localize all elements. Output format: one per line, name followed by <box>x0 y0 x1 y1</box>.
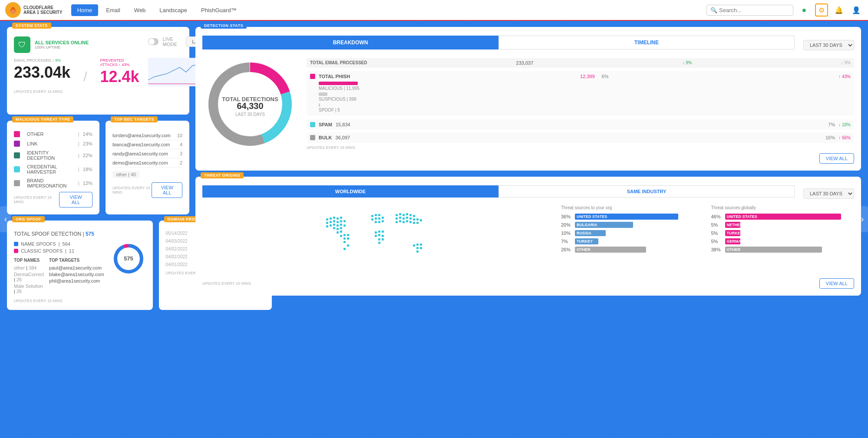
total-email-row: TOTAL EMAIL PROCESSED 233,037 ↓ 9% ↓ 9% <box>307 58 854 68</box>
svg-rect-80 <box>413 222 415 224</box>
service-uptime: 100% UPTIME <box>35 45 89 49</box>
bec-row-3: demo@area1security.com 2 <box>112 158 182 168</box>
origins-local-1: 20% BULGARIA <box>561 222 704 228</box>
origins-global-2: 5% TURKEY <box>711 230 855 236</box>
bec-updates-text: UPDATES EVERY 15 MINS <box>112 186 152 194</box>
svg-rect-24 <box>343 220 346 222</box>
svg-rect-54 <box>375 231 377 234</box>
email-processed-label: EMAIL PROCESSED <box>14 58 51 63</box>
notifications-button[interactable]: 🔔 <box>832 3 845 16</box>
nav-web[interactable]: Web <box>128 4 152 16</box>
nav-phishguard[interactable]: PhishGuard™ <box>195 4 243 16</box>
email-value: 233.04k <box>14 63 70 82</box>
svg-rect-17 <box>337 217 339 220</box>
logo: CLOUDFLARE AREA 1 SECURITY <box>5 2 63 18</box>
svg-rect-58 <box>378 234 380 236</box>
svg-rect-77 <box>403 221 405 223</box>
system-stats-badge: SYSTEM STATS <box>12 23 51 29</box>
svg-rect-29 <box>340 224 342 226</box>
detection-period-selector[interactable]: LAST 30 DAYS <box>803 40 854 50</box>
total-phish-section: TOTAL PHISH 12,399 6% ↑ 43% MALICIOUS | … <box>307 71 854 116</box>
tab-breakdown[interactable]: BREAKDOWN <box>202 36 498 49</box>
origins-local-4: 26% OTHER <box>561 247 704 253</box>
svg-rect-74 <box>413 218 415 221</box>
svg-rect-46 <box>378 214 380 216</box>
svg-rect-65 <box>403 214 405 216</box>
origins-stats: Threat sources to your org 36% UNITED ST… <box>561 205 854 275</box>
svg-rect-23 <box>340 220 342 222</box>
tab-same-industry[interactable]: SAME INDUSTRY <box>498 185 795 198</box>
svg-rect-40 <box>347 237 349 240</box>
origins-global-4: 38% OTHER <box>711 247 855 253</box>
nav-home[interactable]: Home <box>71 4 99 16</box>
svg-rect-52 <box>378 221 380 223</box>
svg-rect-87 <box>416 247 419 249</box>
nav-right: 🔍 ● ⚙ 🔔 👤 <box>706 3 863 16</box>
origins-col1-title: Threat sources to your org <box>561 205 704 210</box>
origins-period-selector[interactable]: LAST 30 DAYS <box>803 188 854 199</box>
svg-rect-30 <box>343 224 346 227</box>
threat-origins-badge: THREAT ORIGINS <box>201 172 244 178</box>
attacks-change: ↑ 43% <box>119 63 129 67</box>
svg-rect-82 <box>416 222 419 224</box>
svg-rect-34 <box>337 231 339 234</box>
svg-rect-43 <box>343 248 346 250</box>
svg-rect-64 <box>399 213 401 215</box>
attacks-value: 12.4k <box>100 68 139 86</box>
svg-rect-79 <box>409 221 412 223</box>
settings-button[interactable]: ⚙ <box>815 3 828 16</box>
origins-col-local: Threat sources to your org 36% UNITED ST… <box>561 205 704 275</box>
search-icon: 🔍 <box>710 7 717 13</box>
svg-rect-61 <box>382 238 384 240</box>
svg-rect-86 <box>420 244 422 246</box>
bec-row-0: torsten@area1security.com 10 <box>112 131 182 140</box>
bec-other: other | 40 <box>112 171 139 178</box>
origins-view-all-button[interactable]: VIEW ALL <box>819 278 854 289</box>
threat-row-identity: IDENTITY DECEPTION | 22% <box>14 150 92 161</box>
bec-row-1: bianca@area1security.com 4 <box>112 140 182 149</box>
origins-global-1: 5% NETHERLANDS <box>711 222 855 228</box>
svg-rect-42 <box>347 244 349 247</box>
svg-rect-19 <box>326 222 328 224</box>
threat-row-link: LINK | 23% <box>14 141 92 147</box>
detection-view-all-button[interactable]: VIEW ALL <box>819 153 854 164</box>
detection-body: TOTAL DETECTIONS 64,330 LAST 30 DAYS TOT… <box>202 58 854 150</box>
svg-rect-18 <box>340 217 342 219</box>
svg-rect-60 <box>378 238 380 240</box>
spoof-name-0: other | 384 <box>14 265 44 270</box>
left-chevron[interactable]: ‹ <box>0 206 11 232</box>
top-bec-card: TOP BEC TARGETS torsten@area1security.co… <box>106 121 189 214</box>
malicious-stat: MALICIOUS | 11,995 <box>310 81 851 92</box>
svg-rect-68 <box>413 215 415 217</box>
origins-local-2: 10% RUSSIA <box>561 230 704 236</box>
svg-rect-57 <box>375 235 377 237</box>
tab-worldwide[interactable]: WORLDWIDE <box>202 185 498 198</box>
origins-col-global: Threat sources globally 46% UNITED STATE… <box>711 205 855 275</box>
spoof-target-0: paul@area1security.com <box>49 265 104 270</box>
origins-local-0: 36% UNITED STATES <box>561 214 704 220</box>
svg-rect-25 <box>326 225 328 227</box>
search-box[interactable]: 🔍 <box>706 5 793 16</box>
nav-email[interactable]: Email <box>100 4 126 16</box>
user-button[interactable]: 👤 <box>850 3 863 16</box>
tab-timeline[interactable]: TIMELINE <box>498 36 795 49</box>
svg-rect-48 <box>375 217 377 220</box>
malicious-view-all-button[interactable]: VIEW ALL <box>59 192 92 207</box>
svg-rect-27 <box>333 224 335 226</box>
svg-rect-66 <box>406 213 408 215</box>
threat-row-other: OTHER | 24% <box>14 131 92 137</box>
nav-links: Home Email Web Landscape PhishGuard™ <box>71 4 706 16</box>
bec-view-all-button[interactable]: VIEW ALL <box>152 182 182 198</box>
live-mode-toggle[interactable] <box>148 38 158 45</box>
svg-rect-51 <box>375 221 377 223</box>
svg-text:64,330: 64,330 <box>237 101 263 111</box>
detection-stats-list: TOTAL EMAIL PROCESSED 233,037 ↓ 9% ↓ 9% … <box>307 58 854 150</box>
svg-rect-32 <box>337 228 339 230</box>
svg-text:LAST 30 DAYS: LAST 30 DAYS <box>235 112 265 117</box>
svg-rect-33 <box>340 227 342 229</box>
svg-rect-36 <box>340 235 342 237</box>
classic-spoofs-label: CLASSIC SPOOFS <box>21 248 63 254</box>
nav-landscape[interactable]: Landscape <box>153 4 193 16</box>
right-chevron[interactable]: › <box>857 206 868 232</box>
search-input[interactable] <box>719 7 780 13</box>
